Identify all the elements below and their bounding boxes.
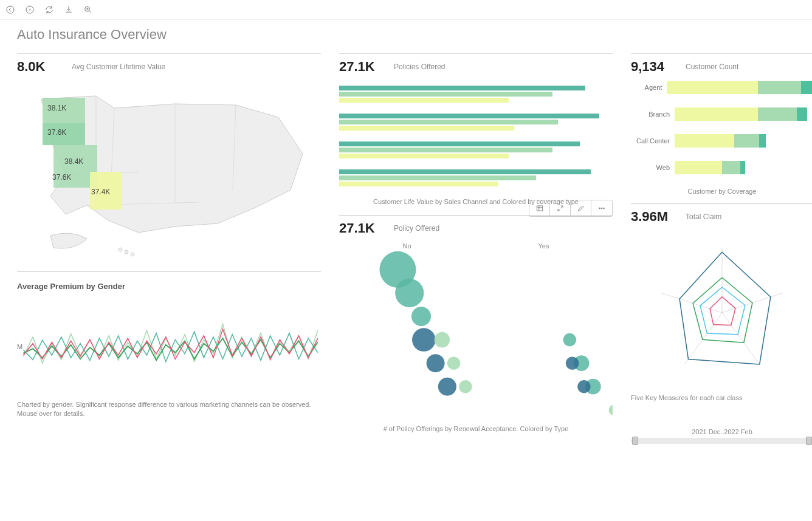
svg-point-22 — [459, 380, 472, 393]
avg-premium-caption: Charted by gender. Significant response … — [17, 400, 321, 419]
svg-point-0 — [7, 6, 14, 13]
policies-label: Policies Offered — [394, 63, 446, 71]
cc-caption: Customer by Coverage — [631, 188, 812, 195]
slider-handle-right[interactable] — [806, 437, 812, 445]
cc-label: Customer Count — [686, 63, 738, 71]
clv-bars-chart[interactable] — [339, 86, 613, 186]
bubble-value: 27.1K — [339, 220, 382, 236]
customer-count-tile: 9,134 Customer Count AgentBranchCall Cen… — [631, 53, 812, 203]
svg-point-12 — [601, 208, 602, 209]
svg-point-20 — [447, 357, 460, 370]
sparkline-y-label: M — [17, 343, 22, 350]
cc-value: 9,134 — [631, 59, 673, 75]
svg-point-27 — [577, 380, 590, 393]
svg-marker-37 — [710, 297, 735, 325]
svg-point-18 — [434, 332, 450, 348]
svg-line-31 — [722, 313, 760, 364]
top-toolbar — [0, 0, 812, 19]
svg-point-8 — [125, 250, 128, 254]
map-label-or: 37.6K — [47, 128, 66, 137]
bubble-label: Policy Offered — [394, 224, 439, 233]
radar-chart[interactable] — [631, 231, 812, 389]
clv-tile: 8.0K Avg Customer Lifetime Value — [17, 53, 321, 271]
avg-premium-title: Average Premium by Gender — [17, 282, 321, 291]
policies-offered-tile: 27.1K Policies Offered Customer Life Val… — [339, 53, 613, 215]
expand-icon[interactable] — [550, 200, 571, 216]
avg-premium-chart[interactable]: M — [17, 298, 321, 395]
cc-row-label: Call Center — [631, 137, 675, 145]
slider-handle-left[interactable] — [632, 437, 638, 445]
map-label-ca: 38.4K — [64, 157, 83, 166]
clv-value: 8.0K — [17, 59, 60, 75]
svg-rect-10 — [537, 206, 542, 211]
play-icon[interactable] — [24, 4, 35, 15]
download-icon[interactable] — [63, 4, 74, 15]
time-slider[interactable] — [631, 438, 812, 444]
svg-point-15 — [395, 279, 424, 307]
svg-point-25 — [566, 357, 579, 370]
edit-icon[interactable] — [571, 200, 591, 216]
cc-row-label: Agent — [631, 84, 667, 91]
svg-marker-36 — [700, 287, 745, 335]
zoom-icon[interactable] — [83, 4, 94, 15]
bubble-toolbar — [529, 200, 613, 217]
policies-value: 27.1K — [339, 59, 382, 75]
avg-premium-tile: Average Premium by Gender M Charted by g… — [17, 271, 321, 427]
cc-row-label: Branch — [631, 111, 675, 118]
back-icon[interactable] — [5, 4, 16, 15]
refresh-icon[interactable] — [44, 4, 55, 15]
bubble-caption: # of Policy Offerings by Renewal Accepta… — [339, 424, 613, 434]
clv-label: Avg Customer Lifetime Value — [72, 63, 165, 71]
time-slider-tile: 2021 Dec..2022 Feb — [631, 423, 812, 452]
map-label-nv: 37.6K — [52, 173, 71, 182]
more-icon[interactable] — [591, 200, 612, 216]
bubble-chart[interactable] — [339, 250, 613, 420]
policy-offered-bubble-tile: 27.1K Policy Offered No Yes # of Policy … — [339, 215, 613, 442]
svg-line-32 — [684, 313, 722, 364]
cc-bars-chart[interactable]: AgentBranchCall CenterWeb — [631, 81, 812, 174]
slider-label: 2021 Dec..2022 Feb — [631, 428, 812, 435]
svg-point-21 — [438, 378, 456, 396]
svg-point-28 — [609, 405, 613, 415]
tc-value: 3.96M — [631, 209, 673, 225]
tc-label: Total Claim — [686, 213, 721, 221]
bubble-col-no: No — [402, 242, 411, 250]
map-label-az: 37.4K — [91, 188, 110, 196]
svg-point-7 — [119, 248, 122, 251]
svg-point-11 — [599, 208, 600, 209]
svg-point-13 — [604, 208, 605, 209]
total-claim-tile: 3.96M Total Claim Five Key Measures for … — [631, 203, 812, 411]
svg-marker-34 — [680, 252, 771, 364]
svg-point-9 — [131, 253, 134, 256]
svg-point-16 — [411, 307, 431, 326]
us-map-chart[interactable]: 38.1K 37.6K 38.4K 37.6K 37.4K — [17, 81, 321, 263]
table-icon[interactable] — [529, 200, 550, 216]
cc-row-label: Web — [631, 164, 675, 171]
svg-point-19 — [427, 355, 445, 373]
map-label-wa: 38.1K — [47, 104, 66, 112]
svg-line-33 — [661, 293, 722, 313]
svg-point-23 — [563, 333, 576, 346]
tc-caption: Five Key Measures for each car class — [631, 393, 812, 403]
svg-point-17 — [412, 329, 436, 352]
page-title: Auto Insurance Overview — [17, 27, 795, 43]
bubble-col-yes: Yes — [538, 242, 549, 250]
